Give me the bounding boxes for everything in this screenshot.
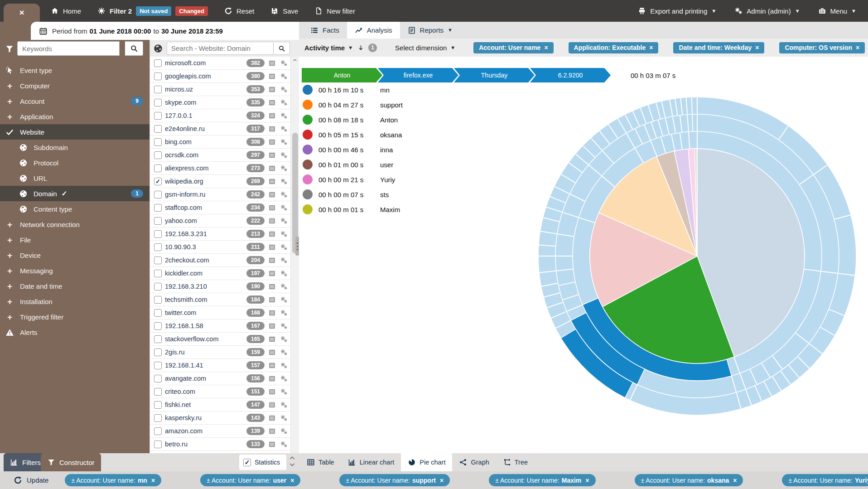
domain-search-input[interactable] <box>167 42 274 55</box>
reset-button[interactable]: Reset <box>224 7 254 15</box>
chart-tab-graph[interactable]: Graph <box>452 453 496 471</box>
domain-label[interactable]: 10.90.90.3 <box>165 243 196 251</box>
legend-item[interactable]: 00 h 16 m 10 smn <box>303 85 403 95</box>
chart-tab-tree[interactable]: Tree <box>496 453 535 471</box>
details-icon[interactable] <box>268 296 276 304</box>
dimension-chip[interactable]: Application: Executable× <box>569 42 659 53</box>
settings-gears-icon[interactable] <box>280 401 288 409</box>
statistics-toggle[interactable]: Statistics <box>239 455 286 470</box>
account-filter-chip[interactable]: ± Account: User name:Yuriy× <box>782 474 868 486</box>
domain-checkbox[interactable] <box>154 191 162 199</box>
details-icon[interactable] <box>268 151 276 159</box>
sidebar-item-account[interactable]: +Account9 <box>0 93 149 109</box>
menu-button[interactable]: Menu ▼ <box>818 7 856 15</box>
sidebar-item-protocol[interactable]: Protocol <box>0 155 149 170</box>
domain-label[interactable]: avangate.com <box>165 375 206 382</box>
scroll-up-icon[interactable] <box>289 455 295 461</box>
scroll-down-icon[interactable] <box>289 461 295 468</box>
domain-checkbox[interactable] <box>154 86 162 93</box>
settings-gears-icon[interactable] <box>280 151 288 159</box>
domain-checkbox[interactable] <box>154 257 162 264</box>
period-bar[interactable]: Period from 01 June 2018 00:00 to 30 Jun… <box>31 22 299 40</box>
settings-gears-icon[interactable] <box>280 99 288 107</box>
domain-label[interactable]: micros.uz <box>165 86 193 93</box>
domain-checkbox[interactable] <box>154 204 162 212</box>
sidebar-item-domain[interactable]: Domain✓1 <box>0 186 149 201</box>
keywords-search-button[interactable] <box>125 41 143 56</box>
settings-gears-icon[interactable] <box>280 296 288 304</box>
account-filter-chip[interactable]: ± Account: User name:user× <box>200 474 300 486</box>
select-dimension-button[interactable]: Select dimension ▼ <box>395 44 455 52</box>
settings-gears-icon[interactable] <box>280 73 288 80</box>
remove-chip-icon[interactable]: × <box>151 477 155 484</box>
settings-gears-icon[interactable] <box>280 86 288 93</box>
domain-checkbox[interactable] <box>154 441 162 448</box>
settings-gears-icon[interactable] <box>280 362 288 369</box>
legend-item[interactable]: 00 h 00 m 46 sinna <box>303 145 403 155</box>
settings-gears-icon[interactable] <box>280 112 288 120</box>
details-icon[interactable] <box>268 243 276 251</box>
breadcrumb-step[interactable]: Thursday <box>454 68 535 82</box>
domain-checkbox[interactable] <box>154 73 162 80</box>
domain-label[interactable]: yahoo.com <box>165 217 197 224</box>
details-icon[interactable] <box>268 414 276 422</box>
close-filter-tab[interactable]: × <box>4 4 40 22</box>
domain-label[interactable]: kickidler.com <box>165 270 203 277</box>
details-icon[interactable] <box>268 112 276 120</box>
account-filter-chip[interactable]: ± Account: User name:support× <box>339 474 450 486</box>
tab-reports[interactable]: Reports▼ <box>400 22 460 39</box>
domain-label[interactable]: fishki.net <box>165 401 191 408</box>
details-icon[interactable] <box>268 73 276 80</box>
domain-checkbox[interactable] <box>154 138 162 146</box>
details-icon[interactable] <box>268 375 276 382</box>
settings-gears-icon[interactable] <box>280 178 288 185</box>
settings-gears-icon[interactable] <box>280 427 288 435</box>
domain-checkbox[interactable] <box>154 230 162 238</box>
sidebar-item-computer[interactable]: +Computer <box>0 78 149 93</box>
domain-label[interactable]: skype.com <box>165 99 196 106</box>
details-icon[interactable] <box>268 230 276 238</box>
legend-item[interactable]: 00 h 04 m 27 ssupport <box>303 100 403 110</box>
details-icon[interactable] <box>268 322 276 330</box>
sidebar-item-installation[interactable]: +Installation <box>0 294 149 309</box>
settings-gears-icon[interactable] <box>280 375 288 382</box>
sidebar-item-network-connection[interactable]: +Network connection <box>0 217 149 232</box>
domain-label[interactable]: kaspersky.ru <box>165 414 202 421</box>
details-icon[interactable] <box>268 125 276 133</box>
domain-checkbox[interactable] <box>154 243 162 251</box>
keywords-input[interactable] <box>17 41 120 56</box>
domain-checkbox[interactable] <box>154 296 162 304</box>
settings-gears-icon[interactable] <box>280 165 288 172</box>
settings-gears-icon[interactable] <box>280 414 288 422</box>
remove-chip-icon[interactable]: × <box>755 44 759 51</box>
details-icon[interactable] <box>268 204 276 212</box>
remove-chip-icon[interactable]: × <box>544 44 548 51</box>
settings-gears-icon[interactable] <box>280 270 288 277</box>
domain-checkbox[interactable] <box>154 388 162 396</box>
remove-chip-icon[interactable]: × <box>290 477 294 484</box>
legend-item[interactable]: 00 h 01 m 00 suser <box>303 160 403 169</box>
legend-item[interactable]: 00 h 05 m 15 soksana <box>303 130 403 140</box>
details-icon[interactable] <box>268 335 276 343</box>
domain-checkbox[interactable] <box>154 414 162 422</box>
statistics-checkbox[interactable] <box>243 459 251 466</box>
breadcrumb-step[interactable]: firefox.exe <box>378 68 458 82</box>
details-icon[interactable] <box>268 349 276 356</box>
details-icon[interactable] <box>268 427 276 435</box>
domain-checkbox[interactable] <box>154 309 162 317</box>
domain-checkbox[interactable] <box>154 270 162 277</box>
home-button[interactable]: Home <box>51 7 81 15</box>
settings-gears-icon[interactable] <box>280 283 288 290</box>
sidebar-item-triggered-filter[interactable]: +Triggered filter <box>0 309 149 324</box>
save-button[interactable]: Save <box>270 7 298 15</box>
chart-tab-table[interactable]: Table <box>300 453 341 471</box>
domain-checkbox[interactable] <box>154 112 162 120</box>
legend-item[interactable]: 00 h 00 m 01 sMaxim <box>303 204 403 214</box>
account-filter-chip[interactable]: ± Account: User name:Maxim× <box>489 474 595 486</box>
account-filter-chip[interactable]: ± Account: User name:mn× <box>65 474 161 486</box>
new-filter-button[interactable]: New filter <box>314 7 355 15</box>
settings-gears-icon[interactable] <box>280 138 288 146</box>
settings-gears-icon[interactable] <box>280 349 288 356</box>
update-button[interactable]: Update <box>14 476 48 484</box>
domain-checkbox[interactable] <box>154 125 162 133</box>
